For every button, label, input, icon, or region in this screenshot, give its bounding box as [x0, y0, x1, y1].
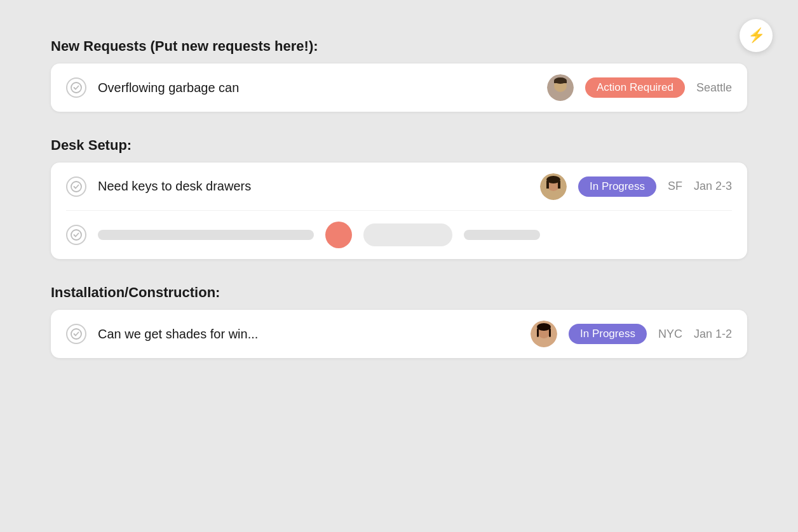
badge-in-progress: In Progress [578, 176, 656, 197]
svg-point-13 [71, 230, 81, 240]
svg-rect-20 [549, 328, 551, 337]
card: Need keys to desk drawers In ProgressSFJ… [51, 163, 747, 259]
task-title-skeleton [98, 230, 314, 240]
task-title: Overflowing garbage can [98, 81, 536, 95]
card-row[interactable] [66, 211, 732, 259]
section-desk-setup: Desk Setup: Need keys to desk drawers In… [51, 137, 747, 259]
section-title: New Requests (Put new requests here!): [51, 38, 747, 55]
card: Can we get shades for win... In Progress… [51, 310, 747, 358]
avatar [547, 74, 574, 101]
card-row[interactable]: Need keys to desk drawers In ProgressSFJ… [66, 163, 732, 211]
location: SF [668, 180, 682, 193]
card-row[interactable]: Can we get shades for win... In Progress… [66, 310, 732, 358]
svg-point-6 [71, 182, 81, 192]
lightning-icon: ⚡ [748, 27, 765, 44]
avatar-skeleton [325, 222, 352, 248]
check-icon[interactable] [66, 176, 86, 197]
date: Jan 1-2 [694, 328, 732, 341]
svg-rect-11 [546, 181, 549, 189]
check-icon[interactable] [66, 77, 86, 98]
badge-in-progress: In Progress [569, 324, 647, 344]
avatar [531, 321, 557, 347]
location: NYC [658, 328, 682, 341]
card-row[interactable]: Overflowing garbage can Action RequiredS… [66, 63, 732, 112]
svg-rect-12 [558, 181, 560, 189]
section-title: Desk Setup: [51, 137, 747, 154]
svg-rect-5 [554, 81, 567, 83]
section-installation: Installation/Construction: Can we get sh… [51, 284, 747, 358]
avatar [540, 173, 567, 200]
date: Jan 2-3 [694, 180, 732, 193]
lightning-button[interactable]: ⚡ [740, 19, 773, 52]
badge-skeleton [363, 223, 452, 246]
task-title: Can we get shades for win... [98, 327, 519, 342]
task-title: Need keys to desk drawers [98, 179, 529, 194]
check-icon[interactable] [66, 324, 86, 344]
svg-point-0 [71, 83, 81, 93]
card: Overflowing garbage can Action RequiredS… [51, 63, 747, 112]
main-content: New Requests (Put new requests here!): O… [51, 38, 747, 358]
svg-point-18 [537, 323, 551, 331]
svg-rect-19 [537, 328, 539, 337]
location-skeleton [464, 230, 540, 240]
check-icon[interactable] [66, 225, 86, 245]
badge-action-required: Action Required [585, 77, 685, 98]
location: Seattle [696, 81, 732, 95]
section-new-requests: New Requests (Put new requests here!): O… [51, 38, 747, 112]
section-title: Installation/Construction: [51, 284, 747, 301]
svg-point-14 [71, 329, 81, 339]
